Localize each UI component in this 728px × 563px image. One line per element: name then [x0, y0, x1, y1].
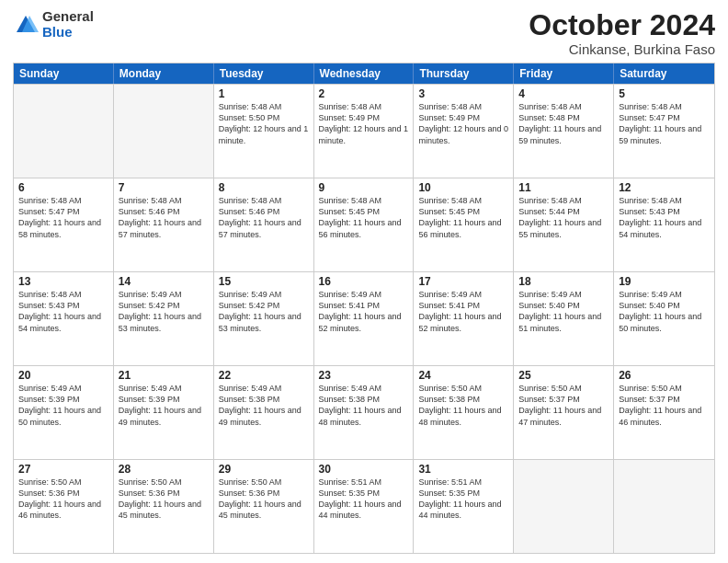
logo-text: General Blue — [42, 9, 94, 40]
day-number: 15 — [219, 275, 309, 288]
day-info: Sunrise: 5:50 AM Sunset: 5:36 PM Dayligh… — [119, 477, 209, 522]
day-cell: 29Sunrise: 5:50 AM Sunset: 5:36 PM Dayli… — [214, 460, 314, 553]
day-number: 13 — [18, 275, 108, 288]
header-cell-sunday: Sunday — [14, 63, 114, 84]
day-number: 22 — [219, 369, 309, 382]
day-cell: 16Sunrise: 5:49 AM Sunset: 5:41 PM Dayli… — [314, 272, 415, 365]
day-info: Sunrise: 5:49 AM Sunset: 5:42 PM Dayligh… — [119, 289, 209, 334]
day-info: Sunrise: 5:49 AM Sunset: 5:38 PM Dayligh… — [219, 383, 309, 428]
day-info: Sunrise: 5:49 AM Sunset: 5:42 PM Dayligh… — [219, 289, 309, 334]
day-info: Sunrise: 5:51 AM Sunset: 5:35 PM Dayligh… — [319, 477, 409, 522]
day-cell — [614, 460, 714, 553]
header-cell-tuesday: Tuesday — [214, 63, 314, 84]
header-cell-wednesday: Wednesday — [314, 63, 415, 84]
day-number: 11 — [518, 181, 609, 194]
day-cell: 17Sunrise: 5:49 AM Sunset: 5:41 PM Dayli… — [414, 272, 514, 365]
day-number: 27 — [18, 463, 108, 476]
day-info: Sunrise: 5:48 AM Sunset: 5:45 PM Dayligh… — [319, 195, 409, 240]
day-number: 17 — [418, 275, 508, 288]
day-info: Sunrise: 5:49 AM Sunset: 5:40 PM Dayligh… — [518, 289, 609, 334]
day-info: Sunrise: 5:48 AM Sunset: 5:45 PM Dayligh… — [418, 195, 508, 240]
logo-general-text: General — [42, 9, 94, 25]
calendar: SundayMondayTuesdayWednesdayThursdayFrid… — [13, 63, 715, 554]
day-cell: 21Sunrise: 5:49 AM Sunset: 5:39 PM Dayli… — [114, 366, 214, 459]
day-number: 16 — [319, 275, 409, 288]
day-cell: 14Sunrise: 5:49 AM Sunset: 5:42 PM Dayli… — [114, 272, 214, 365]
header-cell-monday: Monday — [114, 63, 214, 84]
header-cell-friday: Friday — [514, 63, 614, 84]
day-cell: 13Sunrise: 5:48 AM Sunset: 5:43 PM Dayli… — [14, 272, 114, 365]
title-block: October 2024 Cinkanse, Burkina Faso — [529, 9, 715, 57]
day-info: Sunrise: 5:48 AM Sunset: 5:44 PM Dayligh… — [518, 195, 609, 240]
day-number: 9 — [319, 181, 409, 194]
logo: General Blue — [13, 9, 94, 40]
day-cell: 9Sunrise: 5:48 AM Sunset: 5:45 PM Daylig… — [314, 178, 415, 271]
week-row-3: 13Sunrise: 5:48 AM Sunset: 5:43 PM Dayli… — [14, 271, 714, 365]
day-cell: 4Sunrise: 5:48 AM Sunset: 5:48 PM Daylig… — [514, 85, 614, 178]
day-number: 25 — [518, 369, 609, 382]
day-number: 14 — [119, 275, 209, 288]
day-info: Sunrise: 5:51 AM Sunset: 5:35 PM Dayligh… — [418, 477, 508, 522]
day-info: Sunrise: 5:50 AM Sunset: 5:38 PM Dayligh… — [418, 383, 508, 428]
header-cell-thursday: Thursday — [414, 63, 514, 84]
day-cell: 27Sunrise: 5:50 AM Sunset: 5:36 PM Dayli… — [14, 460, 114, 553]
day-info: Sunrise: 5:48 AM Sunset: 5:49 PM Dayligh… — [319, 101, 409, 146]
day-number: 7 — [119, 181, 209, 194]
day-info: Sunrise: 5:48 AM Sunset: 5:48 PM Dayligh… — [518, 101, 609, 146]
logo-blue-text: Blue — [42, 25, 94, 40]
day-number: 31 — [418, 463, 508, 476]
day-cell: 15Sunrise: 5:49 AM Sunset: 5:42 PM Dayli… — [214, 272, 314, 365]
day-number: 4 — [518, 87, 609, 100]
week-row-5: 27Sunrise: 5:50 AM Sunset: 5:36 PM Dayli… — [14, 459, 714, 553]
day-info: Sunrise: 5:49 AM Sunset: 5:40 PM Dayligh… — [619, 289, 710, 334]
day-cell: 5Sunrise: 5:48 AM Sunset: 5:47 PM Daylig… — [614, 85, 714, 178]
day-number: 1 — [219, 87, 309, 100]
week-row-4: 20Sunrise: 5:49 AM Sunset: 5:39 PM Dayli… — [14, 365, 714, 459]
day-number: 2 — [319, 87, 409, 100]
day-cell: 1Sunrise: 5:48 AM Sunset: 5:50 PM Daylig… — [214, 85, 314, 178]
day-info: Sunrise: 5:50 AM Sunset: 5:37 PM Dayligh… — [518, 383, 609, 428]
day-info: Sunrise: 5:50 AM Sunset: 5:36 PM Dayligh… — [219, 477, 309, 522]
day-cell: 20Sunrise: 5:49 AM Sunset: 5:39 PM Dayli… — [14, 366, 114, 459]
page: General Blue October 2024 Cinkanse, Burk… — [0, 0, 728, 563]
day-cell: 28Sunrise: 5:50 AM Sunset: 5:36 PM Dayli… — [114, 460, 214, 553]
day-number: 18 — [518, 275, 609, 288]
day-number: 30 — [319, 463, 409, 476]
day-cell: 6Sunrise: 5:48 AM Sunset: 5:47 PM Daylig… — [14, 178, 114, 271]
day-cell: 8Sunrise: 5:48 AM Sunset: 5:46 PM Daylig… — [214, 178, 314, 271]
day-info: Sunrise: 5:48 AM Sunset: 5:47 PM Dayligh… — [619, 101, 710, 146]
calendar-body: 1Sunrise: 5:48 AM Sunset: 5:50 PM Daylig… — [14, 84, 714, 553]
day-info: Sunrise: 5:49 AM Sunset: 5:38 PM Dayligh… — [319, 383, 409, 428]
day-number: 12 — [619, 181, 710, 194]
day-cell: 19Sunrise: 5:49 AM Sunset: 5:40 PM Dayli… — [614, 272, 714, 365]
day-number: 23 — [319, 369, 409, 382]
week-row-1: 1Sunrise: 5:48 AM Sunset: 5:50 PM Daylig… — [14, 84, 714, 178]
day-info: Sunrise: 5:49 AM Sunset: 5:41 PM Dayligh… — [319, 289, 409, 334]
day-cell: 31Sunrise: 5:51 AM Sunset: 5:35 PM Dayli… — [414, 460, 514, 553]
day-number: 8 — [219, 181, 309, 194]
logo-icon — [13, 12, 39, 38]
day-number: 3 — [418, 87, 508, 100]
day-cell: 30Sunrise: 5:51 AM Sunset: 5:35 PM Dayli… — [314, 460, 415, 553]
day-info: Sunrise: 5:49 AM Sunset: 5:39 PM Dayligh… — [18, 383, 108, 428]
day-cell: 22Sunrise: 5:49 AM Sunset: 5:38 PM Dayli… — [214, 366, 314, 459]
day-cell: 23Sunrise: 5:49 AM Sunset: 5:38 PM Dayli… — [314, 366, 415, 459]
calendar-header: SundayMondayTuesdayWednesdayThursdayFrid… — [14, 63, 714, 84]
day-cell: 12Sunrise: 5:48 AM Sunset: 5:43 PM Dayli… — [614, 178, 714, 271]
day-info: Sunrise: 5:50 AM Sunset: 5:36 PM Dayligh… — [18, 477, 108, 522]
day-info: Sunrise: 5:49 AM Sunset: 5:39 PM Dayligh… — [119, 383, 209, 428]
day-number: 21 — [119, 369, 209, 382]
day-cell — [114, 85, 214, 178]
day-number: 28 — [119, 463, 209, 476]
header: General Blue October 2024 Cinkanse, Burk… — [13, 9, 715, 57]
day-cell — [14, 85, 114, 178]
day-info: Sunrise: 5:48 AM Sunset: 5:43 PM Dayligh… — [619, 195, 710, 240]
day-cell: 11Sunrise: 5:48 AM Sunset: 5:44 PM Dayli… — [514, 178, 614, 271]
day-info: Sunrise: 5:48 AM Sunset: 5:43 PM Dayligh… — [18, 289, 108, 334]
day-cell: 7Sunrise: 5:48 AM Sunset: 5:46 PM Daylig… — [114, 178, 214, 271]
day-number: 20 — [18, 369, 108, 382]
day-info: Sunrise: 5:48 AM Sunset: 5:46 PM Dayligh… — [219, 195, 309, 240]
day-info: Sunrise: 5:50 AM Sunset: 5:37 PM Dayligh… — [619, 383, 710, 428]
day-cell: 3Sunrise: 5:48 AM Sunset: 5:49 PM Daylig… — [414, 85, 514, 178]
day-number: 5 — [619, 87, 710, 100]
